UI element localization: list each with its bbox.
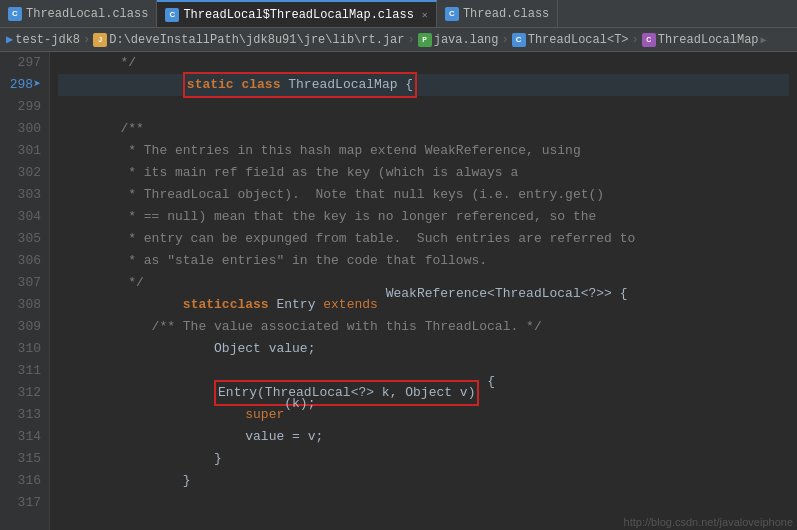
code-content[interactable]: */ static class ThreadLocalMap { /** * T…	[50, 52, 797, 530]
code-line-308: static class Entry extends WeakReference…	[58, 294, 789, 316]
line-num-300: 300	[8, 118, 41, 140]
code-line-298: static class ThreadLocalMap {	[58, 74, 789, 96]
code-line-306: * as "stale entries" in the code that fo…	[58, 250, 789, 272]
code-line-305: * entry can be expunged from table. Such…	[58, 228, 789, 250]
line-num-308: 308	[8, 294, 41, 316]
line-num-316: 316	[8, 470, 41, 492]
line-num-315: 315	[8, 448, 41, 470]
close-icon[interactable]: ✕	[422, 9, 428, 21]
tab-bar: C ThreadLocal.class C ThreadLocal$Thread…	[0, 0, 797, 28]
project-icon: ▶	[6, 32, 13, 47]
line-numbers: 297 298➤ 299 300 301 302 303 304 305 306…	[0, 52, 50, 530]
line-num-313: 313	[8, 404, 41, 426]
class-icon: C	[445, 7, 459, 21]
code-line-300: /**	[58, 118, 789, 140]
class-icon: C	[165, 8, 179, 22]
breadcrumb-jar[interactable]: D:\deveInstallPath\jdk8u91\jre\lib\rt.ja…	[109, 33, 404, 47]
sep1: ›	[83, 33, 90, 47]
code-line-310: Object value;	[58, 338, 789, 360]
tab-threadlocalmap[interactable]: C ThreadLocal$ThreadLocalMap.class ✕	[157, 0, 436, 27]
watermark: http://blog.csdn.net/javaloveiphone	[624, 516, 793, 528]
sep2: ›	[408, 33, 415, 47]
pkg-icon: P	[418, 33, 432, 47]
line-num-309: 309	[8, 316, 41, 338]
breadcrumb-bar: ▶ test-jdk8 › J D:\deveInstallPath\jdk8u…	[0, 28, 797, 52]
tab-label: ThreadLocal.class	[26, 7, 148, 21]
sep3: ›	[502, 33, 509, 47]
code-line-302: * its main ref field as the key (which i…	[58, 162, 789, 184]
line-num-304: 304	[8, 206, 41, 228]
class-icon: C	[8, 7, 22, 21]
tab-threadlocal[interactable]: C ThreadLocal.class	[0, 0, 157, 27]
code-area: 297 298➤ 299 300 301 302 303 304 305 306…	[0, 52, 797, 530]
line-num-302: 302	[8, 162, 41, 184]
breadcrumb-threadlocal[interactable]: ThreadLocal<T>	[528, 33, 629, 47]
code-line-317	[58, 492, 789, 514]
line-num-305: 305	[8, 228, 41, 250]
tab-label: Thread.class	[463, 7, 549, 21]
code-line-301: * The entries in this hash map extend We…	[58, 140, 789, 162]
breadcrumb-project[interactable]: test-jdk8	[15, 33, 80, 47]
bc-end-arrow: ▶	[761, 34, 767, 46]
line-num-311: 311	[8, 360, 41, 382]
line-num-299: 299	[8, 96, 41, 118]
line-num-312: 312	[8, 382, 41, 404]
tab-thread[interactable]: C Thread.class	[437, 0, 558, 27]
breadcrumb-threadlocalmap[interactable]: ThreadLocalMap	[658, 33, 759, 47]
thread-icon: C	[642, 33, 656, 47]
code-line-304: * == null) mean that the key is no longe…	[58, 206, 789, 228]
line-num-303: 303	[8, 184, 41, 206]
line-num-310: 310	[8, 338, 41, 360]
line-num-301: 301	[8, 140, 41, 162]
line-num-317: 317	[8, 492, 41, 514]
sep4: ›	[632, 33, 639, 47]
line-num-297: 297	[8, 52, 41, 74]
line-num-307: 307	[8, 272, 41, 294]
jar-icon: J	[93, 33, 107, 47]
code-line-303: * ThreadLocal object). Note that null ke…	[58, 184, 789, 206]
tl-icon: C	[512, 33, 526, 47]
line-num-298: 298➤	[8, 74, 41, 96]
breadcrumb-pkg[interactable]: java.lang	[434, 33, 499, 47]
code-line-299	[58, 96, 789, 118]
code-line-316: }	[58, 470, 789, 492]
editor: 297 298➤ 299 300 301 302 303 304 305 306…	[0, 52, 797, 530]
line-num-306: 306	[8, 250, 41, 272]
tab-label: ThreadLocal$ThreadLocalMap.class	[183, 8, 413, 22]
line-num-314: 314	[8, 426, 41, 448]
